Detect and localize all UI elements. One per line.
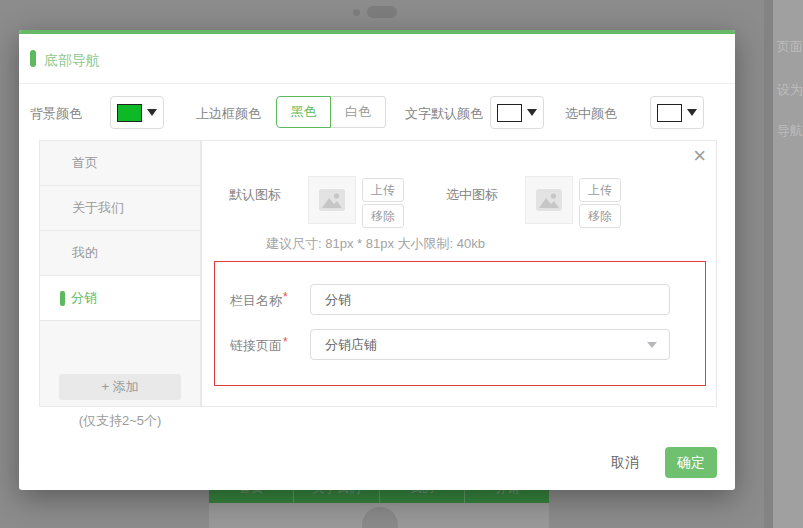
selected-icon-placeholder[interactable]: [525, 176, 573, 224]
required-asterisk: *: [283, 290, 288, 304]
required-asterisk: *: [283, 335, 288, 349]
border-color-white-button[interactable]: 白色: [331, 96, 386, 128]
background-settings-panel: 页面 设为 导航: [773, 0, 803, 528]
bg-color-picker[interactable]: [110, 96, 164, 129]
background-divider: [764, 0, 773, 528]
caret-down-icon: [647, 342, 657, 348]
selected-color-label: 选中颜色: [565, 105, 617, 123]
name-input[interactable]: [310, 284, 670, 315]
selected-icon-label: 选中图标: [446, 186, 498, 204]
background-dot: [353, 9, 360, 16]
default-icon-remove-button[interactable]: 移除: [362, 204, 404, 228]
border-color-label: 上边框颜色: [196, 105, 261, 123]
sidebar-tab-mine[interactable]: 我的: [40, 231, 200, 276]
default-icon-placeholder[interactable]: [308, 176, 356, 224]
selected-icon-upload-button[interactable]: 上传: [579, 178, 621, 202]
text-color-label: 文字默认颜色: [405, 105, 483, 123]
background-toggle: [367, 6, 397, 18]
add-tab-button[interactable]: + 添加: [59, 374, 181, 400]
color-swatch-white: [657, 104, 682, 122]
sidebar-tab-about[interactable]: 关于我们: [40, 186, 200, 231]
selected-tab-pill: [60, 291, 65, 306]
dialog-title: 底部导航: [44, 52, 100, 70]
name-field-label: 栏目名称*: [230, 290, 288, 310]
color-swatch-green: [117, 104, 142, 122]
background-menu-item: 导航: [777, 122, 803, 140]
selected-color-picker[interactable]: [650, 96, 704, 129]
image-placeholder-icon: [319, 189, 345, 211]
sidebar-tab-label: 分销: [71, 290, 97, 305]
cancel-button[interactable]: 取消: [611, 454, 639, 472]
nav-items-sidebar: 首页 关于我们 我的 分销 + 添加: [39, 140, 201, 407]
sidebar-tab-home[interactable]: 首页: [40, 141, 200, 186]
tabs-limit-note: (仅支持2~5个): [39, 412, 201, 430]
confirm-button[interactable]: 确定: [665, 447, 717, 478]
title-accent-pill: [30, 50, 36, 67]
size-hint: 建议尺寸: 81px * 81px 大小限制: 40kb: [266, 235, 485, 253]
caret-down-icon: [147, 109, 157, 116]
color-swatch-white: [497, 104, 522, 122]
bottom-nav-dialog: 底部导航 背景颜色 上边框颜色 黑色 白色 文字默认颜色 选中颜色: [19, 30, 735, 490]
bg-color-label: 背景颜色: [30, 105, 82, 123]
close-icon[interactable]: ×: [693, 145, 706, 167]
text-color-picker[interactable]: [490, 96, 544, 129]
caret-down-icon: [527, 109, 537, 116]
default-icon-label: 默认图标: [229, 186, 281, 204]
link-field-label: 链接页面*: [230, 335, 288, 355]
caret-down-icon: [687, 109, 697, 116]
tab-content-panel: × 默认图标 上传 移除 选中图标 上传: [201, 140, 717, 407]
dialog-header: 底部导航: [19, 34, 735, 84]
link-page-select[interactable]: 分销店铺: [310, 329, 670, 360]
background-menu-item: 设为: [777, 81, 803, 99]
border-color-black-button[interactable]: 黑色: [276, 96, 331, 128]
border-color-options: 黑色 白色: [276, 96, 386, 128]
screen: 页面 设为 导航 首页 关于我们 我的 分销 底部导航 背景颜色 上边框颜色 黑…: [0, 0, 803, 528]
link-page-value: 分销店铺: [325, 337, 377, 352]
image-placeholder-icon: [536, 189, 562, 211]
sidebar-tab-distribution[interactable]: 分销: [40, 276, 200, 321]
background-menu-item: 页面: [777, 38, 803, 56]
selected-icon-remove-button[interactable]: 移除: [579, 204, 621, 228]
default-icon-upload-button[interactable]: 上传: [362, 178, 404, 202]
dialog-footer: 取消 确定: [611, 447, 717, 478]
color-controls-row: 背景颜色 上边框颜色 黑色 白色 文字默认颜色 选中颜色: [19, 85, 735, 140]
highlighted-form-area: 栏目名称* 链接页面* 分销店铺: [214, 261, 706, 386]
